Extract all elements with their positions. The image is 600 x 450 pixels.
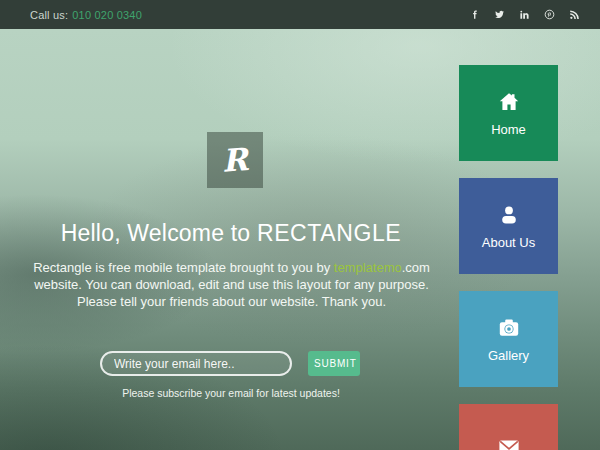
sidebar-item-label: Home	[491, 122, 526, 137]
templatemo-link[interactable]: templatemo	[334, 260, 402, 275]
sidebar-item-label: Gallery	[488, 348, 529, 363]
email-input[interactable]	[100, 351, 292, 376]
social-links	[469, 9, 580, 20]
sidebar-item-gallery[interactable]: Gallery	[459, 291, 558, 387]
logo: R	[207, 132, 263, 188]
hero-background: R Hello, Welcome to RECTANGLE Rectangle …	[0, 29, 600, 450]
sidebar-item-about-us[interactable]: About Us	[459, 178, 558, 274]
rss-icon[interactable]	[569, 9, 580, 20]
page: Call us:010 020 0340 R Hello	[0, 0, 600, 450]
twitter-icon[interactable]	[494, 9, 505, 20]
logo-letter: R	[221, 144, 249, 177]
pinterest-icon[interactable]	[544, 9, 555, 20]
topbar: Call us:010 020 0340	[0, 0, 600, 29]
sidebar-item-contact[interactable]	[459, 404, 558, 450]
subscribe-form: SUBMIT	[100, 351, 360, 376]
page-title: Hello, Welcome to RECTANGLE	[0, 220, 462, 247]
sidebar-item-home[interactable]: Home	[459, 65, 558, 161]
subscribe-note: Please subscribe your email for latest u…	[0, 387, 462, 399]
home-icon	[497, 90, 521, 114]
camera-icon	[497, 316, 521, 340]
linkedin-icon[interactable]	[519, 9, 530, 20]
call-us-label: Call us:	[30, 9, 68, 21]
heading-brand: RECTANGLE	[257, 220, 401, 246]
submit-button[interactable]: SUBMIT	[308, 351, 360, 376]
intro-text: Rectangle is free mobile template brough…	[19, 259, 444, 310]
call-us: Call us:010 020 0340	[30, 9, 142, 21]
user-icon	[497, 203, 521, 227]
heading-prefix: Hello, Welcome to	[61, 220, 251, 246]
envelope-icon	[497, 436, 521, 450]
phone-number-link[interactable]: 010 020 0340	[72, 9, 142, 21]
facebook-icon[interactable]	[469, 9, 480, 20]
sidebar-item-label: About Us	[482, 235, 535, 250]
intro-before: Rectangle is free mobile template brough…	[33, 260, 334, 275]
